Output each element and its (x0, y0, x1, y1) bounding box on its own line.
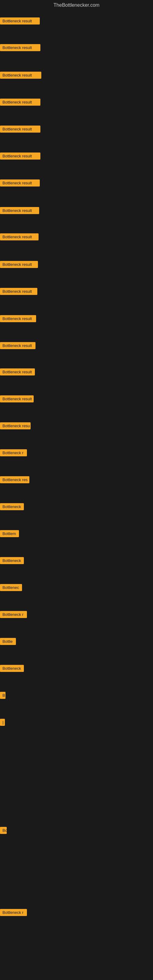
bottleneck-item-12[interactable]: Bottleneck result (0, 342, 35, 349)
bottleneck-item-26[interactable]: | (0, 719, 5, 726)
bottleneck-item-21[interactable]: Bottlenec (0, 584, 22, 591)
bottleneck-item-19[interactable]: Bottlem (0, 530, 19, 537)
bottleneck-item-17[interactable]: Bottleneck res (0, 476, 29, 483)
bottleneck-item-25[interactable]: B (0, 692, 5, 699)
bottleneck-item-23[interactable]: Bottle (0, 638, 16, 645)
bottleneck-item-2[interactable]: Bottleneck result (0, 72, 41, 79)
bottleneck-item-0[interactable]: Bottleneck result (0, 18, 40, 24)
site-title: TheBottlenecker.com (0, 0, 153, 10)
bottleneck-item-10[interactable]: Bottleneck result (0, 288, 37, 295)
bottleneck-item-18[interactable]: Bottleneck (0, 503, 24, 510)
bottleneck-item-1[interactable]: Bottleneck result (0, 44, 40, 51)
bottleneck-item-8[interactable]: Bottleneck result (0, 233, 38, 240)
bottleneck-item-24[interactable]: Bottleneck (0, 665, 24, 672)
bottleneck-item-3[interactable]: Bottleneck result (0, 99, 40, 106)
bottleneck-item-7[interactable]: Bottleneck result (0, 207, 39, 214)
bottleneck-item-13[interactable]: Bottleneck result (0, 368, 35, 375)
bottleneck-item-4[interactable]: Bottleneck result (0, 126, 40, 133)
bottleneck-item-16[interactable]: Bottleneck r (0, 449, 27, 456)
bottleneck-item-28[interactable]: Bottleneck r (0, 909, 27, 916)
bottleneck-item-9[interactable]: Bottleneck result (0, 261, 38, 268)
bottleneck-item-20[interactable]: Bottleneck (0, 557, 24, 564)
bottleneck-item-27[interactable]: Bo (0, 827, 7, 834)
bottleneck-item-5[interactable]: Bottleneck result (0, 153, 40, 159)
bottleneck-item-14[interactable]: Bottleneck result (0, 395, 33, 402)
bottleneck-item-6[interactable]: Bottleneck result (0, 180, 40, 186)
bottleneck-item-15[interactable]: Bottleneck resu (0, 422, 30, 430)
bottleneck-item-22[interactable]: Bottleneck r (0, 611, 27, 618)
bottleneck-item-11[interactable]: Bottleneck result (0, 315, 36, 322)
